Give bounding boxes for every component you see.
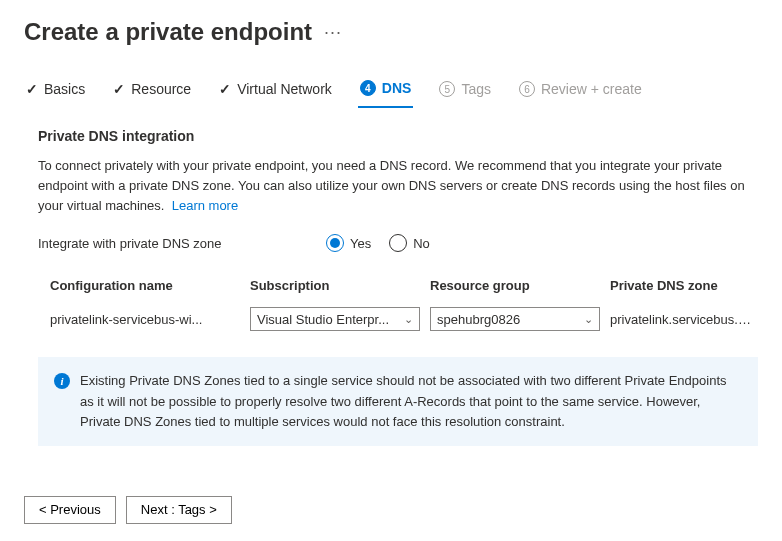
section-description: To connect privately with your private e… bbox=[38, 156, 758, 216]
info-icon: i bbox=[54, 373, 70, 389]
select-value: Visual Studio Enterpr... bbox=[257, 312, 389, 327]
info-message: i Existing Private DNS Zones tied to a s… bbox=[38, 357, 758, 445]
radio-no[interactable]: No bbox=[389, 234, 430, 252]
col-subscription: Subscription bbox=[250, 278, 420, 293]
table-row: privatelink-servicebus-wi... Visual Stud… bbox=[50, 303, 758, 335]
tab-label: Virtual Network bbox=[237, 81, 332, 97]
radio-label-no: No bbox=[413, 236, 430, 251]
learn-more-link[interactable]: Learn more bbox=[172, 198, 238, 213]
radio-label-yes: Yes bbox=[350, 236, 371, 251]
step-number-icon: 6 bbox=[519, 81, 535, 97]
radio-yes[interactable]: Yes bbox=[326, 234, 371, 252]
tab-label: Resource bbox=[131, 81, 191, 97]
more-actions-button[interactable]: ··· bbox=[324, 22, 342, 43]
tab-review-create[interactable]: 6 Review + create bbox=[517, 75, 644, 107]
tab-label: DNS bbox=[382, 80, 412, 96]
cell-private-dns-zone: privatelink.servicebus.win... bbox=[610, 312, 758, 327]
checkmark-icon: ✓ bbox=[219, 81, 231, 97]
previous-button[interactable]: < Previous bbox=[24, 496, 116, 524]
dns-config-table: Configuration name Subscription Resource… bbox=[50, 278, 758, 335]
chevron-down-icon: ⌄ bbox=[404, 313, 413, 326]
tab-basics[interactable]: ✓ Basics bbox=[24, 75, 87, 107]
step-number-icon: 5 bbox=[439, 81, 455, 97]
page-title: Create a private endpoint bbox=[24, 18, 312, 46]
step-number-icon: 4 bbox=[360, 80, 376, 96]
cell-configuration-name: privatelink-servicebus-wi... bbox=[50, 312, 240, 327]
radio-icon bbox=[389, 234, 407, 252]
wizard-tabs: ✓ Basics ✓ Resource ✓ Virtual Network 4 … bbox=[24, 74, 758, 108]
tab-resource[interactable]: ✓ Resource bbox=[111, 75, 193, 107]
tab-virtual-network[interactable]: ✓ Virtual Network bbox=[217, 75, 334, 107]
tab-tags[interactable]: 5 Tags bbox=[437, 75, 493, 107]
next-button[interactable]: Next : Tags > bbox=[126, 496, 232, 524]
tab-dns[interactable]: 4 DNS bbox=[358, 74, 414, 108]
col-resource-group: Resource group bbox=[430, 278, 600, 293]
checkmark-icon: ✓ bbox=[113, 81, 125, 97]
subscription-select[interactable]: Visual Studio Enterpr... ⌄ bbox=[250, 307, 420, 331]
checkmark-icon: ✓ bbox=[26, 81, 38, 97]
integrate-dns-label: Integrate with private DNS zone bbox=[38, 236, 308, 251]
tab-label: Review + create bbox=[541, 81, 642, 97]
info-text: Existing Private DNS Zones tied to a sin… bbox=[80, 371, 742, 431]
col-configuration-name: Configuration name bbox=[50, 278, 240, 293]
col-private-dns-zone: Private DNS zone bbox=[610, 278, 758, 293]
section-title: Private DNS integration bbox=[38, 128, 758, 144]
radio-icon bbox=[326, 234, 344, 252]
select-value: spehubrg0826 bbox=[437, 312, 520, 327]
resource-group-select[interactable]: spehubrg0826 ⌄ bbox=[430, 307, 600, 331]
chevron-down-icon: ⌄ bbox=[584, 313, 593, 326]
tab-label: Tags bbox=[461, 81, 491, 97]
tab-label: Basics bbox=[44, 81, 85, 97]
